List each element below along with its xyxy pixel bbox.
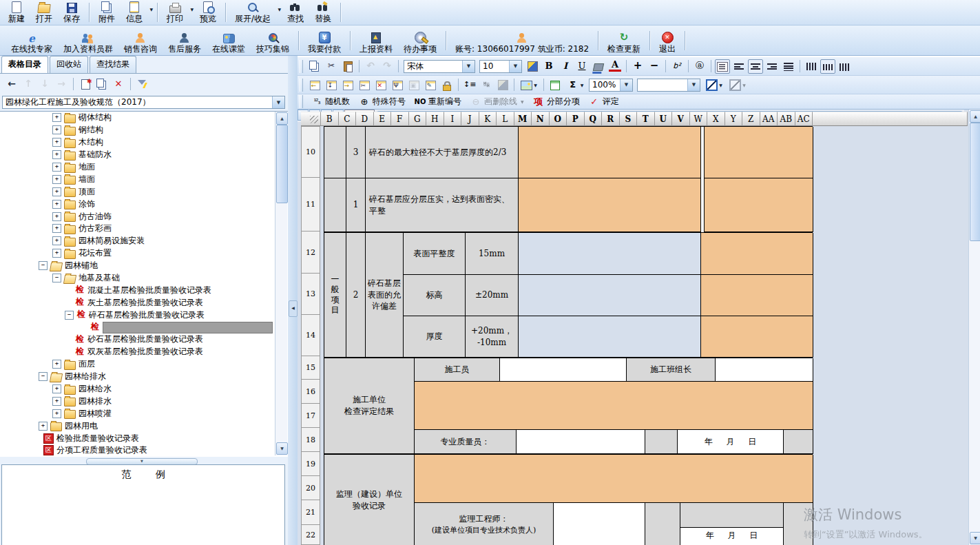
row-header-10[interactable]: 10	[301, 126, 320, 178]
cell-worker-value[interactable]	[500, 358, 627, 382]
column-header-Y[interactable]: Y	[725, 112, 743, 126]
cell-result-orange[interactable]	[705, 178, 813, 232]
collapse-icon[interactable]: −	[65, 311, 74, 320]
delete-column-button[interactable]	[373, 78, 388, 92]
tree-item-仿古油饰[interactable]: +仿古油饰	[0, 210, 288, 223]
column-header-L[interactable]: L	[497, 112, 514, 126]
new-button[interactable]: 新建	[3, 0, 30, 25]
cell-engineer-sign[interactable]	[554, 503, 645, 545]
support-button[interactable]: 售后服务	[163, 26, 207, 55]
cell-acceptance-orange[interactable]	[415, 455, 813, 503]
dropdown-arrow-icon[interactable]: ▼	[278, 7, 281, 12]
case-convert-button[interactable]: ⓐ	[692, 59, 707, 74]
tree-item-园林用电[interactable]: +园林用电	[0, 420, 288, 432]
cell-leader-value[interactable]	[716, 358, 813, 382]
tree-item-涂饰[interactable]: +涂饰	[0, 198, 288, 210]
open-button[interactable]: 打开	[30, 0, 58, 25]
column-header-AB[interactable]: AB	[778, 112, 795, 126]
scroll-up-icon[interactable]: ▲	[970, 110, 980, 123]
cell-empty[interactable]	[324, 178, 346, 232]
expand-icon[interactable]: +	[52, 113, 61, 122]
column-header-U[interactable]: U	[655, 112, 673, 126]
spec-combo[interactable]: 园林绿化工程施工及验收规范（2017） ▼	[2, 96, 285, 109]
column-header-Q[interactable]: Q	[585, 112, 603, 126]
row-header-19[interactable]: 19	[301, 452, 320, 476]
column-header-AA[interactable]: AA	[760, 112, 778, 126]
format-painter-button[interactable]	[525, 59, 540, 74]
expand-icon[interactable]: +	[52, 236, 61, 245]
border-style-button[interactable]: ▼	[703, 78, 725, 92]
print-button[interactable]: ▼打印	[161, 0, 194, 25]
insert-cell-right-button[interactable]	[340, 78, 355, 92]
tree-item-地基及基础[interactable]: −地基及基础	[0, 272, 288, 285]
column-header-W[interactable]: W	[690, 112, 708, 126]
row-header-20[interactable]: 20	[301, 476, 320, 500]
cell-section-label[interactable]: 一 般 项 目	[324, 233, 346, 358]
column-header-O[interactable]: O	[550, 112, 567, 126]
row-header-22[interactable]: 22	[301, 525, 320, 545]
cell-spacer[interactable]	[784, 503, 813, 545]
cell-spacer[interactable]	[784, 430, 813, 454]
tree-item-碎石基层检验批质量验收记录表[interactable]: −检碎石基层检验批质量验收记录表	[0, 309, 288, 321]
cell-date[interactable]: 年 月 日	[680, 528, 784, 545]
expand-icon[interactable]: +	[52, 249, 61, 258]
vertical-splitter[interactable]: ◀	[288, 56, 298, 545]
cell-requirement[interactable]: 碎石的最大粒径不大于基层厚度的2/3	[366, 127, 519, 178]
cell-spacer[interactable]	[645, 430, 678, 454]
expand-icon[interactable]: +	[52, 187, 61, 196]
formula-sheet-button[interactable]	[548, 78, 563, 92]
collapse-panel-icon[interactable]: ◀	[289, 300, 298, 317]
row-header-13[interactable]: 13	[301, 274, 320, 315]
cell-seq[interactable]: 1	[346, 178, 366, 232]
dropdown-arrow-icon[interactable]: ▼	[719, 83, 722, 88]
evaluate-button[interactable]: ✓评定	[584, 95, 623, 108]
bold-button[interactable]: B	[541, 59, 556, 74]
tree-scrollbar[interactable]: ▲ ▼	[275, 112, 287, 455]
expand-icon[interactable]: +	[52, 224, 61, 233]
insert-image-button[interactable]: ▼	[518, 78, 540, 92]
expand-icon[interactable]: +	[52, 200, 61, 209]
cell-worker-label[interactable]: 施工员	[415, 358, 500, 382]
cell-seq[interactable]: 2	[346, 233, 366, 358]
chevron-down-icon[interactable]: ▼	[509, 61, 521, 72]
pay-button[interactable]: ¥我要付款	[302, 26, 346, 55]
fill-color-button[interactable]	[591, 59, 606, 74]
sales-button[interactable]: 销售咨询	[118, 26, 163, 55]
tree-item-墙面[interactable]: +墙面	[0, 173, 288, 185]
expand-icon[interactable]: +	[52, 212, 61, 221]
font-color-button[interactable]: A	[607, 59, 623, 74]
cell-tolerance-value[interactable]: +20mm， -10mm	[466, 316, 519, 358]
column-header-N[interactable]: N	[532, 112, 550, 126]
italic-button[interactable]: I	[558, 59, 573, 74]
special-symbol-button[interactable]: ⊕特殊符号	[354, 95, 410, 108]
cell-empty[interactable]	[324, 127, 346, 178]
expand-icon[interactable]: +	[52, 360, 61, 369]
tab-表格目录[interactable]: 表格目录	[1, 56, 48, 73]
row-header-16[interactable]: 16	[301, 380, 320, 404]
save-button[interactable]: 保存	[58, 0, 85, 25]
row-spacing-button[interactable]: ↕≡	[462, 78, 477, 92]
copy-button[interactable]	[307, 59, 322, 74]
cell-result-orange[interactable]	[705, 127, 813, 178]
cut-button[interactable]: ✂	[324, 59, 339, 74]
column-header-F[interactable]: F	[391, 112, 409, 126]
tree-scroll-thumb[interactable]	[276, 125, 288, 203]
lock-cells-button[interactable]	[439, 78, 455, 92]
tree-item-砌体结构[interactable]: +砌体结构	[0, 112, 288, 124]
column-header-K[interactable]: K	[479, 112, 497, 126]
column-header-D[interactable]: D	[356, 112, 374, 126]
copy-node-button[interactable]	[94, 76, 110, 92]
column-header-E[interactable]: E	[374, 112, 392, 126]
align-distribute-button[interactable]	[781, 59, 796, 74]
dropdown-arrow-icon[interactable]: ▼	[742, 83, 746, 88]
row-header-15[interactable]: 15	[301, 356, 320, 380]
filter-button[interactable]	[135, 76, 150, 92]
paste-button[interactable]	[340, 59, 355, 74]
collapse-icon[interactable]: −	[52, 274, 61, 282]
cell-tolerance-value[interactable]: ±20mm	[466, 275, 519, 316]
account-button[interactable]: 账号: 13066017997 筑业币: 2182	[450, 26, 594, 55]
tree-item-园林铺地[interactable]: −园林铺地	[0, 260, 288, 272]
dropdown-arrow-icon[interactable]: ▼	[581, 83, 584, 88]
font-name-combo[interactable]: 宋体▼	[404, 60, 475, 73]
find-expert-button[interactable]: e在线找专家	[6, 26, 58, 55]
